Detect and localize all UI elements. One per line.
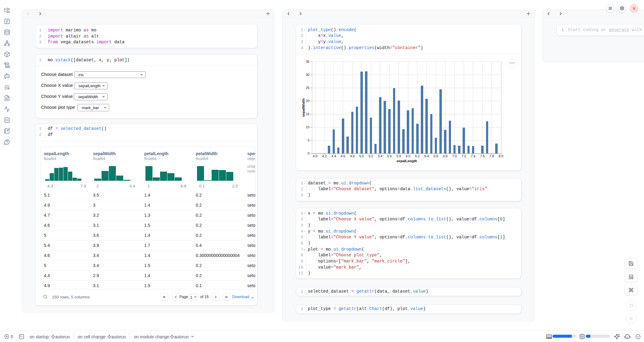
svg-text:5.8: 5.8 (396, 155, 401, 158)
svg-text:0: 0 (308, 151, 309, 155)
svg-text:6.2: 6.2 (415, 155, 420, 158)
svg-text:7.0: 7.0 (452, 155, 457, 158)
svg-text:30: 30 (306, 73, 309, 77)
svg-text:5.2: 5.2 (369, 155, 373, 158)
svg-text:6.6: 6.6 (434, 155, 438, 158)
svg-text:sepalWidth: sepalWidth (302, 98, 305, 117)
svg-text:4.6: 4.6 (341, 155, 345, 158)
svg-text:25: 25 (306, 86, 309, 90)
svg-text:4.0: 4.0 (313, 155, 317, 158)
svg-text:4.4: 4.4 (331, 155, 336, 158)
svg-text:sepalLength: sepalLength (396, 159, 417, 163)
svg-text:4.2: 4.2 (322, 155, 327, 158)
svg-text:7.2: 7.2 (461, 155, 466, 158)
svg-text:7.6: 7.6 (480, 155, 485, 158)
svg-text:20: 20 (306, 99, 309, 103)
svg-text:6.0: 6.0 (406, 155, 410, 158)
svg-text:6.4: 6.4 (424, 155, 429, 158)
svg-text:15: 15 (306, 112, 309, 116)
svg-text:4.8: 4.8 (350, 155, 355, 158)
svg-text:7.4: 7.4 (471, 155, 475, 158)
svg-text:7.8: 7.8 (489, 155, 494, 158)
svg-text:10: 10 (306, 125, 309, 129)
svg-text:5: 5 (308, 138, 309, 142)
svg-text:5.0: 5.0 (359, 155, 364, 158)
svg-text:5.6: 5.6 (387, 155, 392, 158)
svg-text:8.0: 8.0 (499, 155, 503, 158)
svg-text:6.8: 6.8 (443, 155, 447, 158)
svg-text:5.4: 5.4 (378, 155, 382, 158)
svg-text:35: 35 (306, 60, 309, 63)
